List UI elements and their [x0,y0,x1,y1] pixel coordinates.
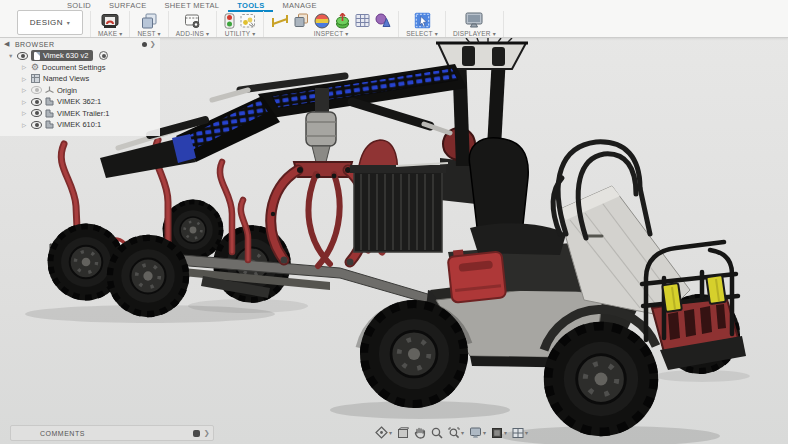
browser-panel: ◀ BROWSER ❯ ▼ Vimek 630 v2 ▷ ⚙ Document … [0,38,160,136]
draft-analysis-icon[interactable] [355,13,370,28]
browser-collapse-icon[interactable]: ◀ [4,40,10,48]
section-analysis-icon[interactable] [314,13,330,29]
expand-caret-icon[interactable]: ▷ [22,87,28,93]
group-nest-label[interactable]: NEST [137,30,155,37]
browser-row-component-2[interactable]: ▷ VIMEK Trailer:1 [0,108,160,120]
tree-item-label: VIMEK 610:1 [57,120,101,129]
browser-root-row[interactable]: ▼ Vimek 630 v2 [0,50,160,62]
gear-icon: ⚙ [31,63,39,72]
top-toolbar: SOLID SURFACE SHEET METAL TOOLS MANAGE D… [0,0,788,38]
group-make-label[interactable]: MAKE [98,30,117,37]
chevron-down-icon: ▾ [525,430,528,436]
comments-expand-icon[interactable]: ❯ [204,429,210,437]
tree-item-label: VIMEK 362:1 [57,97,101,106]
comments-bar[interactable]: COMMENTS ❯ [10,425,214,441]
zoom-icon[interactable] [430,427,444,439]
browser-row-document-settings[interactable]: ▷ ⚙ Document Settings [0,62,160,74]
model-jerry-can [447,245,506,302]
browser-title: BROWSER [15,41,142,48]
tree-item-label: Named Views [43,74,89,83]
nest-sheets-icon[interactable] [141,13,158,29]
fit-icon[interactable]: ▾ [447,427,465,439]
group-inspect-label[interactable]: INSPECT [314,30,344,37]
chevron-down-icon: ▾ [252,31,255,37]
scripts-addins-icon[interactable] [184,13,201,29]
display-settings-icon[interactable]: ▾ [468,427,487,439]
chevron-down-icon: ▾ [206,31,209,37]
batch-icon[interactable] [240,13,256,29]
interference-icon[interactable] [294,13,309,28]
chevron-down-icon: ▾ [345,31,348,37]
component-color-icon[interactable] [375,13,391,28]
group-select: SELECT▾ [399,11,446,37]
group-add-ins: ADD-INS▾ [169,11,217,37]
browser-row-component-1[interactable]: ▷ VIMEK 362:1 [0,96,160,108]
look-at-icon[interactable] [396,427,410,439]
pan-icon[interactable] [413,426,427,439]
ribbon: MAKE▾ NEST▾ [90,11,504,37]
component-icon [45,109,54,118]
component-icon [45,120,54,129]
group-utility-label[interactable]: UTILITY [225,30,251,37]
browser-row-origin[interactable]: ▷ Origin [0,85,160,97]
tree-item-label: Document Settings [42,63,105,72]
chevron-down-icon: ▾ [483,430,486,436]
component-icon [45,97,54,106]
origin-icon [45,86,54,95]
select-cursor-icon[interactable] [414,12,431,29]
browser-options-icon[interactable] [142,42,147,47]
tree-item-label: Origin [57,86,77,95]
visibility-eye-icon[interactable] [31,86,42,94]
expand-caret-icon[interactable]: ▷ [22,76,28,82]
chevron-down-icon: ▾ [67,20,70,26]
chevron-down-icon: ▾ [435,31,438,37]
chevron-down-icon: ▾ [504,430,507,436]
curvature-icon[interactable] [335,13,350,29]
navigation-bar: ▾ ▾ ▾ ▾ ▾ [374,425,529,440]
chevron-down-icon: ▾ [389,430,392,436]
chevron-down-icon: ▾ [158,31,161,37]
named-views-icon [31,74,40,83]
tree-item-label: VIMEK Trailer:1 [57,109,110,118]
3d-printer-icon[interactable] [101,13,119,29]
expand-caret-icon[interactable]: ▷ [22,110,28,116]
chevron-down-icon: ▾ [119,31,122,37]
grid-and-snaps-icon[interactable]: ▾ [490,427,508,439]
browser-row-named-views[interactable]: ▷ Named Views [0,73,160,85]
group-select-label[interactable]: SELECT [406,30,433,37]
root-component-label: Vimek 630 v2 [43,51,88,60]
expand-caret-icon[interactable]: ▷ [22,99,28,105]
expand-caret-icon[interactable]: ▷ [22,64,28,70]
orbit-icon[interactable]: ▾ [374,426,393,439]
group-inspect: INSPECT▾ [264,11,399,37]
workspace-switcher-button[interactable]: DESIGN ▾ [17,10,83,35]
comments-title: COMMENTS [16,430,193,437]
measure-icon[interactable] [271,14,289,28]
group-utility: UTILITY▾ [217,11,264,37]
group-displayer-label[interactable]: DISPLAYER [453,30,491,37]
group-nest: NEST▾ [130,11,168,37]
fusion-window: SOLID SURFACE SHEET METAL TOOLS MANAGE D… [0,0,788,444]
browser-row-component-3[interactable]: ▷ VIMEK 610:1 [0,119,160,131]
group-add-ins-label[interactable]: ADD-INS [176,30,204,37]
viewports-icon[interactable]: ▾ [511,427,529,439]
chevron-down-icon: ▾ [461,430,464,436]
expand-caret-icon[interactable]: ▷ [22,122,28,128]
comment-bubble-icon [193,430,200,437]
document-icon [34,52,40,60]
monitor-icon[interactable] [464,12,484,29]
browser-expand-icon[interactable]: ❯ [150,40,156,48]
visibility-eye-icon[interactable] [17,52,28,60]
activate-radio-icon[interactable] [99,51,108,60]
visibility-eye-icon[interactable] [31,98,42,106]
visibility-eye-icon[interactable] [31,121,42,129]
traffic-light-icon[interactable] [224,13,235,29]
group-make: MAKE▾ [91,11,130,37]
expand-caret-icon[interactable]: ▼ [8,53,14,59]
group-displayer: DISPLAYER▾ [446,11,504,37]
visibility-eye-icon[interactable] [31,109,42,117]
chevron-down-icon: ▾ [493,31,496,37]
workspace-label: DESIGN [30,18,63,27]
